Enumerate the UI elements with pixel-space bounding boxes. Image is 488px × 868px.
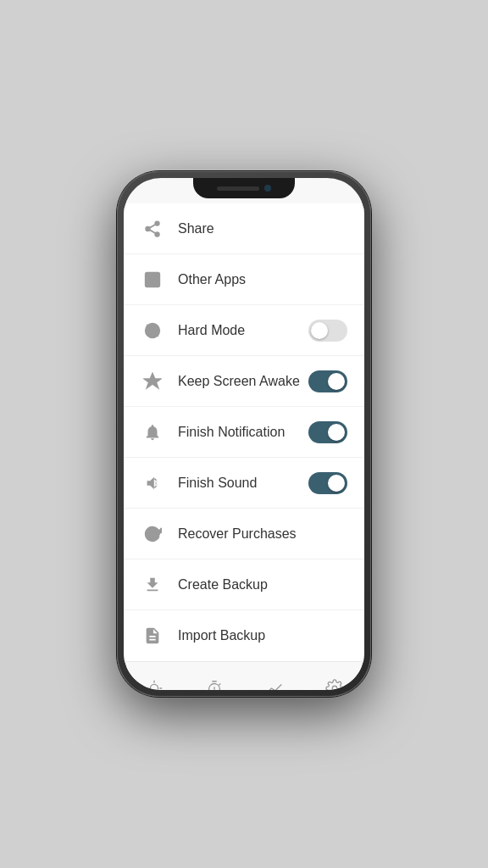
menu-item-create-backup[interactable]: Create Backup — [124, 559, 364, 610]
recover-purchases-icon — [141, 522, 164, 546]
finish-notification-icon — [141, 420, 164, 444]
svg-point-2 — [155, 232, 159, 236]
phone-screen: Share Other Apps — [124, 178, 364, 690]
notch — [193, 178, 295, 198]
menu-list: Share Other Apps — [124, 203, 364, 661]
keep-screen-awake-label: Keep Screen Awake — [178, 374, 308, 389]
hard-mode-toggle-knob — [311, 322, 328, 339]
menu-item-finish-notification[interactable]: Finish Notification — [124, 407, 364, 458]
svg-line-3 — [150, 230, 155, 233]
svg-point-17 — [332, 686, 337, 690]
import-backup-icon — [141, 624, 164, 648]
menu-item-import-backup[interactable]: Import Backup — [124, 610, 364, 661]
svg-point-8 — [150, 684, 158, 690]
nav-item-stats[interactable] — [265, 679, 284, 691]
hard-mode-toggle[interactable] — [308, 320, 347, 342]
nav-item-settings[interactable] — [325, 679, 344, 691]
svg-point-1 — [146, 226, 150, 231]
keep-screen-awake-toggle[interactable] — [308, 370, 347, 392]
keep-screen-awake-icon — [141, 370, 164, 393]
finish-notification-toggle[interactable] — [308, 421, 347, 443]
menu-item-keep-screen-awake[interactable]: Keep Screen Awake — [124, 356, 364, 407]
svg-point-0 — [155, 221, 159, 225]
keep-screen-awake-toggle-knob — [328, 373, 345, 390]
other-apps-icon — [141, 268, 164, 292]
bottom-nav — [124, 661, 364, 690]
finish-sound-label: Finish Sound — [178, 476, 308, 491]
share-icon — [141, 217, 164, 241]
screen-content: Share Other Apps — [124, 178, 364, 690]
hard-mode-label: Hard Mode — [178, 323, 308, 338]
finish-sound-toggle-knob — [328, 475, 345, 492]
camera — [264, 185, 271, 192]
menu-item-share[interactable]: Share — [124, 203, 364, 254]
menu-item-recover-purchases[interactable]: Recover Purchases — [124, 509, 364, 559]
hard-mode-icon — [141, 319, 164, 342]
svg-line-4 — [150, 224, 155, 227]
speaker — [217, 186, 259, 191]
nav-item-timer[interactable] — [205, 679, 224, 691]
share-label: Share — [178, 221, 347, 236]
recover-purchases-label: Recover Purchases — [178, 526, 347, 542]
finish-sound-toggle[interactable] — [308, 472, 347, 494]
phone-frame: Share Other Apps — [117, 171, 371, 697]
create-backup-icon — [141, 573, 164, 597]
create-backup-label: Create Backup — [178, 577, 347, 593]
finish-sound-icon — [141, 471, 164, 495]
other-apps-label: Other Apps — [178, 272, 347, 287]
finish-notification-toggle-knob — [328, 424, 345, 441]
finish-notification-label: Finish Notification — [178, 425, 308, 440]
svg-line-16 — [219, 683, 220, 685]
import-backup-label: Import Backup — [178, 628, 347, 643]
nav-item-home[interactable] — [145, 679, 164, 691]
menu-item-finish-sound[interactable]: Finish Sound — [124, 458, 364, 509]
menu-item-other-apps[interactable]: Other Apps — [124, 254, 364, 305]
menu-item-hard-mode[interactable]: Hard Mode — [124, 305, 364, 356]
